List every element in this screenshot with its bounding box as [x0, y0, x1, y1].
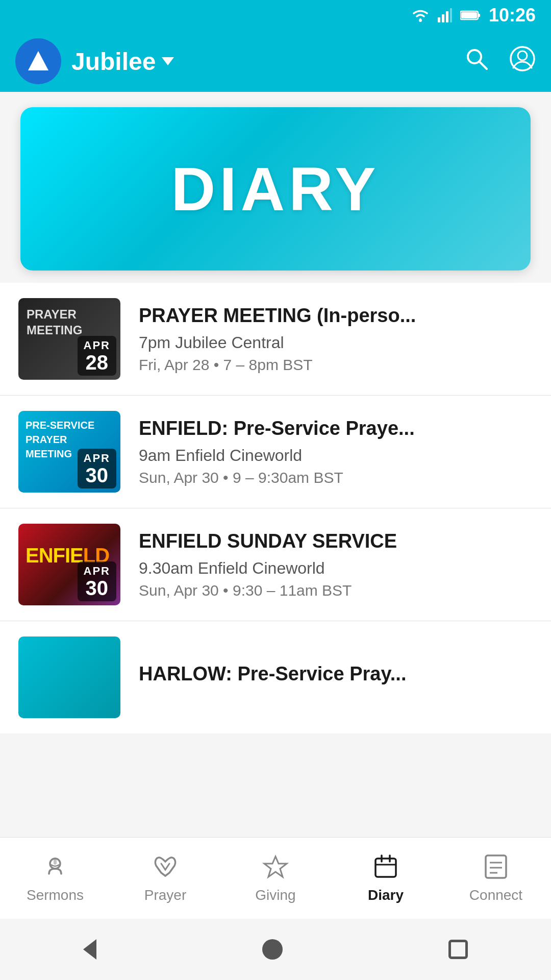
event-item-1[interactable]: PRAYERMEETING APR 28 PRAYER MEETING (In-…: [0, 283, 551, 396]
svg-rect-3: [446, 11, 448, 22]
svg-line-10: [480, 62, 487, 69]
event-info-3: ENFIELD SUNDAY SERVICE 9.30am Enfield Ci…: [139, 530, 533, 600]
event-time-3: Sun, Apr 30 • 9:30 – 11am BST: [139, 582, 533, 599]
date-day-1: 28: [84, 352, 110, 373]
wifi-icon: [411, 8, 430, 22]
diary-icon: [372, 853, 399, 882]
event-info-1: PRAYER MEETING (In-perso... 7pm Jubilee …: [139, 304, 533, 374]
svg-marker-15: [264, 856, 287, 877]
connect-icon: [483, 853, 509, 882]
svg-rect-16: [375, 859, 396, 877]
nav-label-diary: Diary: [368, 887, 404, 903]
nav-label-giving: Giving: [255, 887, 295, 903]
event-list: PRAYERMEETING APR 28 PRAYER MEETING (In-…: [0, 283, 551, 733]
date-day-3: 30: [84, 578, 110, 598]
nav-item-prayer[interactable]: Prayer: [110, 853, 220, 903]
date-badge-3: APR 30: [78, 561, 116, 601]
date-day-2: 30: [84, 465, 110, 485]
event-item-4[interactable]: HARLOW: Pre-Service Pray...: [0, 621, 551, 733]
thumb-text-3: ENFIELD: [18, 524, 120, 567]
android-nav: [0, 919, 551, 980]
nav-label-prayer: Prayer: [144, 887, 186, 903]
svg-rect-14: [54, 857, 57, 865]
nav-item-sermons[interactable]: Sermons: [0, 853, 110, 903]
svg-marker-8: [28, 51, 48, 70]
event-subtitle-3: 9.30am Enfield Cineworld: [139, 559, 533, 578]
event-subtitle-1: 7pm Jubilee Central: [139, 333, 533, 352]
prayer-icon: [151, 853, 180, 882]
header: Jubilee: [0, 31, 551, 92]
date-badge-1: APR 28: [78, 336, 116, 376]
nav-label-connect: Connect: [469, 887, 522, 903]
nav-item-connect[interactable]: Connect: [441, 853, 551, 903]
event-thumbnail-1: PRAYERMEETING APR 28: [18, 298, 120, 380]
event-thumbnail-4: [18, 636, 120, 718]
event-subtitle-2: 9am Enfield Cineworld: [139, 446, 533, 465]
app-logo[interactable]: [15, 38, 61, 84]
svg-point-0: [419, 19, 422, 22]
search-icon[interactable]: [464, 46, 489, 77]
back-icon: [83, 939, 96, 960]
header-left: Jubilee: [15, 38, 174, 84]
svg-rect-1: [438, 17, 440, 22]
header-right: [464, 45, 536, 78]
recent-icon: [448, 940, 468, 959]
status-bar: 10:26: [0, 0, 551, 31]
battery-icon: [460, 10, 481, 21]
svg-rect-7: [478, 14, 480, 17]
nav-item-giving[interactable]: Giving: [220, 853, 331, 903]
android-home-button[interactable]: [262, 939, 283, 960]
event-time-2: Sun, Apr 30 • 9 – 9:30am BST: [139, 469, 533, 486]
date-badge-2: APR 30: [78, 449, 116, 488]
event-item-2[interactable]: PRE-SERVICEPRAYERMEETING APR 30 ENFIELD:…: [0, 396, 551, 508]
profile-icon[interactable]: [509, 45, 536, 78]
date-month-2: APR: [84, 452, 110, 465]
event-title-3: ENFIELD SUNDAY SERVICE: [139, 530, 533, 553]
event-info-4: HARLOW: Pre-Service Pray...: [139, 663, 533, 692]
signal-icon: [438, 8, 452, 22]
chevron-down-icon: [162, 57, 174, 65]
app-name-button[interactable]: Jubilee: [71, 47, 174, 76]
thumb-text-4: [18, 636, 120, 651]
event-title-4: HARLOW: Pre-Service Pray...: [139, 663, 533, 686]
event-thumbnail-3: ENFIELD APR 30: [18, 524, 120, 605]
event-time-1: Fri, Apr 28 • 7 – 8pm BST: [139, 356, 533, 374]
giving-icon: [262, 853, 289, 882]
svg-rect-20: [486, 855, 506, 878]
status-time: 10:26: [489, 5, 536, 26]
status-icons: 10:26: [411, 5, 536, 26]
android-back-button[interactable]: [83, 939, 96, 960]
event-info-2: ENFIELD: Pre-Service Praye... 9am Enfiel…: [139, 417, 533, 487]
svg-rect-2: [442, 14, 444, 22]
nav-label-sermons: Sermons: [27, 887, 84, 903]
sermons-icon: [42, 853, 68, 882]
event-title-2: ENFIELD: Pre-Service Praye...: [139, 417, 533, 440]
diary-banner[interactable]: DIARY: [20, 107, 531, 271]
date-month-1: APR: [84, 339, 110, 352]
svg-point-12: [518, 51, 527, 60]
event-title-1: PRAYER MEETING (In-perso...: [139, 304, 533, 328]
date-month-3: APR: [84, 565, 110, 578]
svg-rect-4: [450, 8, 452, 22]
event-item-3[interactable]: ENFIELD APR 30 ENFIELD SUNDAY SERVICE 9.…: [0, 508, 551, 621]
diary-banner-title: DIARY: [171, 154, 380, 224]
svg-rect-6: [461, 12, 477, 18]
android-recent-button[interactable]: [448, 940, 468, 959]
bottom-nav: Sermons Prayer Giving D: [0, 837, 551, 919]
home-icon: [262, 939, 283, 960]
event-thumbnail-2: PRE-SERVICEPRAYERMEETING APR 30: [18, 411, 120, 493]
nav-item-diary[interactable]: Diary: [331, 853, 441, 903]
